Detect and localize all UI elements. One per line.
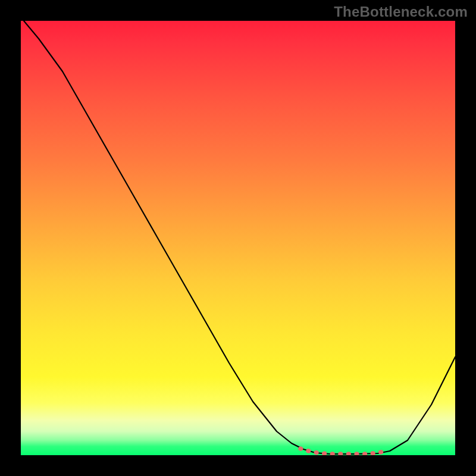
chart-svg xyxy=(21,21,455,455)
chart-frame: TheBottleneck.com xyxy=(0,0,476,476)
watermark-text: TheBottleneck.com xyxy=(334,4,468,20)
curve-line xyxy=(24,21,455,454)
plot-area xyxy=(21,21,455,455)
